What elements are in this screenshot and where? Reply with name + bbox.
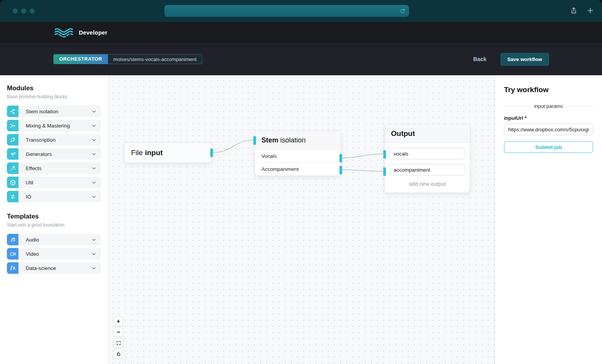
- fit-view-button[interactable]: [114, 338, 123, 347]
- music-note-icon: [7, 234, 18, 245]
- split-icon: [7, 106, 18, 117]
- templates-subtitle: Start with a good foundation: [7, 222, 101, 228]
- sprout-icon: [7, 148, 18, 160]
- stem-input-handle[interactable]: [253, 136, 256, 145]
- node-output-title: Output: [385, 124, 470, 143]
- zoom-out-button[interactable]: −: [114, 328, 123, 337]
- output-name-field-vocals[interactable]: [389, 148, 465, 159]
- browser-chrome: [0, 0, 602, 22]
- sidebar-item-effects[interactable]: Effects: [7, 162, 101, 174]
- node-stem-isolation-title: Stem isolation: [255, 131, 341, 150]
- app-header: Developer: [0, 22, 602, 43]
- sidebar-item-data-science[interactable]: ƒx Data-science: [7, 262, 101, 274]
- modules-subtitle: Base primitive building blocks: [7, 94, 101, 99]
- merge-icon: [7, 120, 18, 131]
- stem-output-vocals: Vocals: [255, 150, 341, 162]
- canvas-controls: + −: [114, 317, 123, 358]
- chevron-down-icon: [91, 251, 97, 257]
- workflow-name[interactable]: moises/stems-vocals-accompaniment: [108, 54, 203, 64]
- output-accompaniment-input-handle[interactable]: [383, 167, 386, 176]
- output-vocals-input-handle[interactable]: [383, 150, 386, 159]
- refresh-icon[interactable]: [399, 8, 406, 14]
- sidebar-item-io[interactable]: IO: [7, 191, 101, 202]
- save-workflow-button[interactable]: Save workflow: [501, 53, 549, 66]
- modules-sidebar: Modules Base primitive building blocks S…: [0, 75, 108, 364]
- try-workflow-heading: Try workflow: [504, 86, 593, 94]
- transfer-arrows-icon: [7, 191, 18, 202]
- chevron-down-icon: [91, 237, 97, 243]
- sidebar-item-mixing-mastering[interactable]: Mixing & Mastering: [7, 120, 101, 131]
- workflow-chip: ORCHESTRATOR moises/stems-vocals-accompa…: [53, 54, 202, 64]
- sidebar-item-audio[interactable]: Audio: [7, 234, 101, 245]
- file-input-output-handle[interactable]: [210, 149, 213, 157]
- app-title: Developer: [79, 29, 107, 36]
- workflow-toolbar: ORCHESTRATOR moises/stems-vocals-accompa…: [0, 43, 602, 75]
- chevron-down-icon: [91, 123, 97, 129]
- unlock-icon: [116, 351, 121, 356]
- sidebar-item-video[interactable]: Video: [7, 248, 101, 260]
- zoom-in-button[interactable]: +: [114, 317, 123, 326]
- sidebar-item-transcription[interactable]: Transcription: [7, 134, 101, 146]
- browser-window: Developer ORCHESTRATOR moises/stems-voca…: [0, 0, 602, 364]
- fit-view-icon: [116, 341, 121, 346]
- node-output[interactable]: Output add new output: [384, 124, 470, 193]
- stem-accompaniment-output-handle[interactable]: [339, 166, 342, 174]
- inputurl-label: inputUrl *: [504, 115, 593, 121]
- workflow-edges: [108, 75, 495, 364]
- node-stem-isolation[interactable]: Stem isolation Vocals Accompaniment: [254, 131, 341, 176]
- back-link[interactable]: Back: [473, 56, 487, 62]
- minimize-window-button[interactable]: [21, 8, 26, 13]
- node-file-input-title: File input: [131, 149, 163, 157]
- inputurl-field[interactable]: [504, 124, 593, 135]
- lock-button[interactable]: [114, 349, 123, 358]
- function-icon: ƒx: [7, 262, 18, 274]
- window-controls: [13, 8, 35, 13]
- input-params-divider: input params: [504, 103, 593, 109]
- node-file-input[interactable]: File input: [124, 142, 212, 163]
- maximize-window-button[interactable]: [30, 8, 35, 13]
- share-icon[interactable]: [570, 7, 578, 15]
- submit-job-button[interactable]: Submit job: [504, 141, 593, 153]
- cube-icon: [7, 177, 18, 188]
- video-camera-icon: [7, 248, 18, 260]
- chevron-down-icon: [91, 151, 97, 157]
- chevron-down-icon: [91, 194, 97, 200]
- chevron-down-icon: [91, 265, 97, 271]
- chevron-down-icon: [91, 165, 97, 171]
- chevron-down-icon: [91, 180, 97, 185]
- stem-vocals-output-handle[interactable]: [339, 154, 342, 162]
- chevron-down-icon: [91, 137, 97, 143]
- workflow-canvas[interactable]: File input Stem isolation Vocals Accompa…: [108, 75, 495, 364]
- try-workflow-panel: Try workflow input params inputUrl * Sub…: [495, 75, 602, 364]
- stem-output-accompaniment: Accompaniment: [255, 163, 341, 175]
- modules-heading: Modules: [7, 84, 101, 92]
- close-window-button[interactable]: [13, 8, 18, 13]
- input-params-label: input params: [534, 103, 563, 109]
- address-bar[interactable]: [165, 5, 409, 17]
- add-new-output-button[interactable]: add new output: [389, 180, 465, 192]
- output-name-field-accompaniment[interactable]: [389, 164, 465, 175]
- templates-heading: Templates: [7, 213, 101, 220]
- chevron-down-icon: [91, 109, 97, 114]
- new-tab-icon[interactable]: [586, 7, 594, 15]
- sidebar-item-util[interactable]: Util: [7, 177, 101, 188]
- music-notes-icon: [7, 134, 18, 146]
- magic-wand-icon: [7, 162, 18, 174]
- moises-logo-icon: [54, 26, 74, 39]
- orchestrator-badge: ORCHESTRATOR: [53, 54, 108, 64]
- sidebar-item-stem-isolation[interactable]: Stem isolation: [7, 106, 101, 117]
- sidebar-item-generators[interactable]: Generators: [7, 148, 101, 160]
